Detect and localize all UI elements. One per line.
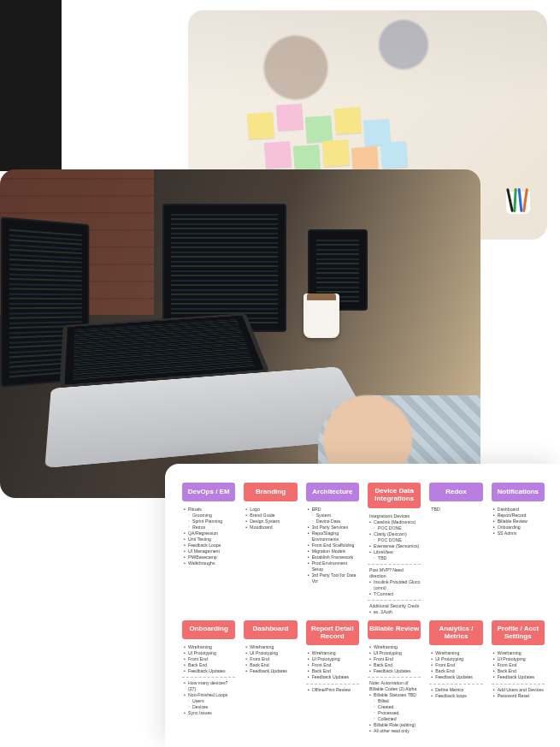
list-item: TBD <box>431 507 482 513</box>
list-item: Device Data <box>308 519 359 525</box>
list-item: Feedback loops <box>431 693 482 699</box>
list-item: Users <box>184 698 235 704</box>
board-column: RedoxTBD <box>429 483 482 615</box>
divider <box>429 684 482 685</box>
item-list: WireframingUI PrototypingFront EndBack E… <box>244 644 297 674</box>
list-item: Report/Record <box>493 513 545 519</box>
list-item: Wireframing <box>308 650 359 656</box>
item-list: How many devices? (27)Non-Finished Loops… <box>182 680 235 716</box>
list-item: UI Prototyping <box>493 656 545 662</box>
list-item: LibreView <box>369 549 421 555</box>
item-list: WireframingUI PrototypingFront EndBack E… <box>306 650 359 680</box>
list-item: Created <box>369 704 421 710</box>
list-item: Back End <box>245 662 297 668</box>
column-header: Analytics / Metrics <box>429 620 482 646</box>
divider <box>306 684 359 685</box>
list-item: Migration Models <box>308 548 359 554</box>
item-list: WireframingUI PrototypingFront EndBack E… <box>182 644 235 674</box>
list-item: Non-Finished Loops <box>184 692 235 698</box>
item-list: Define MetricsFeedback loops <box>429 687 482 699</box>
list-item: Billed <box>369 698 421 704</box>
list-item: QA/Regression <box>184 531 235 537</box>
list-item: Collected <box>369 716 421 722</box>
item-list: LogoBrand GuideDesign SystemMoodboard <box>244 507 297 531</box>
list-item: Moodboard <box>245 525 297 531</box>
board-row-1: DevOps / EMRitualsGroomingSprint Plannin… <box>182 483 545 615</box>
list-item: ERD <box>308 507 359 513</box>
list-item: Brand Guide <box>245 513 297 519</box>
column-header: Architecture <box>306 483 359 501</box>
board-column: Profile / Acct SettingsWireframingUI Pro… <box>492 620 545 734</box>
list-item: Front End <box>369 656 421 662</box>
list-item: Eversense (Sensonics) <box>369 543 421 549</box>
planning-board: DevOps / EMRitualsGroomingSprint Plannin… <box>165 464 560 747</box>
list-item: ex. 2Auth <box>369 609 421 615</box>
item-list: ex. 2Auth <box>368 609 421 615</box>
list-item: Password Reset <box>493 693 545 699</box>
column-header: Onboarding <box>182 620 235 639</box>
column-note: Post MVP? Need direction <box>368 567 421 579</box>
list-item: Back End <box>493 668 545 674</box>
list-item: UI Prototyping <box>431 656 482 662</box>
list-item: TBD <box>369 555 421 561</box>
list-item: Devices <box>184 704 235 710</box>
list-item: Unit Testing <box>184 537 235 542</box>
list-item: Back End <box>184 662 235 668</box>
list-item: Repo/Staging Environments <box>308 531 359 542</box>
list-item: Establish Framework <box>308 554 359 560</box>
column-header: Notifications <box>492 483 545 501</box>
item-list: Billable Statuses TBDBilledCreatedProces… <box>368 692 421 734</box>
item-list: Add Users and DevicesPassword Reset <box>492 687 545 699</box>
item-list: Insulink Provided Gluco (omni)T:Connect <box>368 579 421 597</box>
board-column: OnboardingWireframingUI PrototypingFront… <box>182 620 235 734</box>
list-item: SS Admin <box>493 531 545 537</box>
list-item: Sprint Planning <box>184 519 235 525</box>
list-item: Wireframing <box>493 650 545 656</box>
hero-photo-coding <box>0 169 480 498</box>
list-item: Design System <box>245 519 297 525</box>
list-item: Insulink Provided Gluco (omni) <box>369 579 421 591</box>
list-item: Front End <box>308 662 359 668</box>
list-item: Front End <box>431 662 482 668</box>
list-item: UI Prototyping <box>184 650 235 656</box>
list-item: PM/Basecamp <box>184 554 235 560</box>
item-list: WireframingUI PrototypingFront EndBack E… <box>429 650 482 680</box>
list-item: Feedback Updates <box>245 668 297 674</box>
list-item: Billable Statuses TBD <box>369 692 421 698</box>
list-item: Front End Scaffolding <box>308 542 359 548</box>
list-item: How many devices? (27) <box>184 680 235 692</box>
dark-side-strip <box>0 0 62 171</box>
list-item: Processed <box>369 710 421 716</box>
list-item: Sync Issues <box>184 710 235 716</box>
list-item: Wireframing <box>245 644 297 650</box>
column-header: Device Data Integrations <box>368 483 421 508</box>
list-item: Logo <box>245 507 297 513</box>
board-column: DashboardWireframingUI PrototypingFront … <box>244 620 297 734</box>
list-item: POC DONE <box>369 537 421 543</box>
list-item: Offline/Print Review <box>308 687 359 693</box>
list-item: Back End <box>369 662 421 668</box>
list-item: Define Metrics <box>431 687 482 693</box>
list-item: UI Prototyping <box>369 650 421 656</box>
divider <box>368 600 421 601</box>
list-item: Rituals <box>184 507 235 513</box>
column-header: Profile / Acct Settings <box>492 620 545 646</box>
list-item: Prod Environment Setup <box>308 560 359 572</box>
divider <box>182 677 235 678</box>
item-list: TBD <box>429 507 482 513</box>
item-list: WireframingUI PrototypingFront EndBack E… <box>368 644 421 674</box>
divider <box>492 684 545 685</box>
column-header: Report Detail Record <box>306 620 359 646</box>
column-header: Billable Review <box>368 620 421 639</box>
list-item: System <box>308 513 359 519</box>
column-header: Branding <box>244 483 297 501</box>
list-item: Carelink (Medtronics) <box>369 519 421 525</box>
list-item: Dashboard <box>493 507 545 513</box>
list-item: UI Prototyping <box>308 656 359 662</box>
list-item: Onboarding <box>493 525 545 531</box>
item-list: ERDSystemDevice Data3rd Party ServicesRe… <box>306 507 359 584</box>
list-item: Clarity (Dexcom) <box>369 531 421 537</box>
divider <box>368 564 421 565</box>
column-header: Redox <box>429 483 482 501</box>
list-item: Wireframing <box>184 644 235 650</box>
